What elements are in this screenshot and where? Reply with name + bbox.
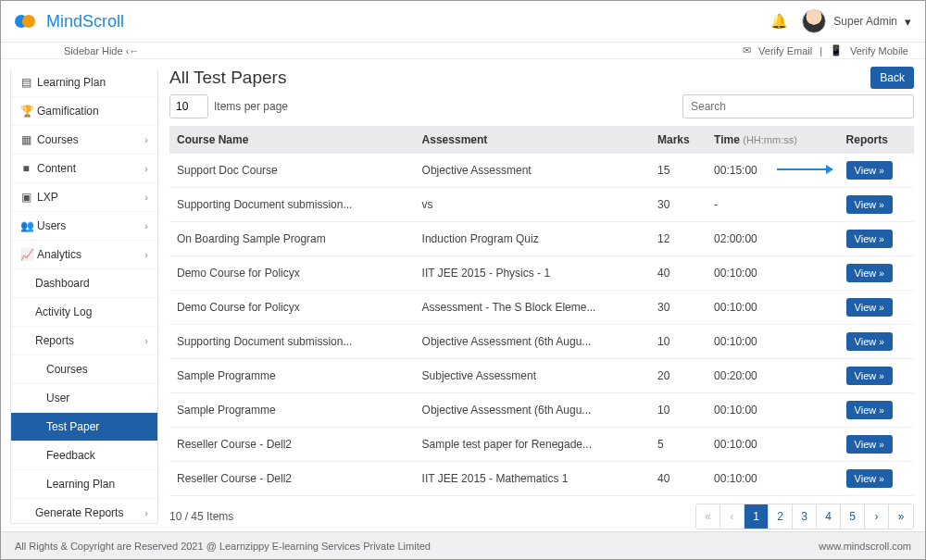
table-header-row: Course Name Assessment Marks Time (HH:mm…	[169, 126, 914, 154]
view-button[interactable]: View»	[846, 195, 893, 214]
sidebar-label: LXP	[37, 191, 58, 204]
cell-time: 00:15:00	[707, 154, 838, 188]
chevron-right-icon: ›	[144, 163, 148, 174]
view-button-label: View	[855, 233, 877, 244]
per-page-label: Items per page	[214, 100, 288, 113]
sidebar-item-analytics[interactable]: 📈Analytics ›	[11, 241, 157, 269]
users-icon: 👥	[20, 219, 31, 232]
chevron-double-right-icon: »	[879, 268, 884, 279]
page-last[interactable]: »	[889, 504, 913, 529]
user-menu[interactable]: Super Admin ▾	[802, 9, 911, 33]
chevron-double-right-icon: »	[879, 200, 884, 210]
grid-icon: ▦	[20, 133, 31, 146]
verify-email-link[interactable]: Verify Email	[758, 45, 812, 56]
view-button-label: View	[855, 302, 877, 313]
sidebar-label: Learning Plan	[37, 76, 106, 89]
cell-marks: 12	[650, 222, 707, 256]
stack-icon: ▣	[20, 191, 31, 204]
table-row: Supporting Document submission...vs30-Vi…	[169, 188, 914, 222]
page-next[interactable]: ›	[865, 504, 889, 529]
cell-assessment: IIT JEE 2015 - Physics - 1	[415, 256, 650, 291]
sidebar-item-reports-user[interactable]: User	[11, 384, 157, 413]
sidebar-label: Users	[37, 219, 66, 232]
sidebar-hide-link[interactable]: Sidebar Hide ‹←	[18, 45, 139, 56]
chevron-right-icon: ›	[144, 134, 148, 145]
sidebar-item-gamification[interactable]: 🏆Gamification	[11, 97, 157, 126]
view-button[interactable]: View»	[846, 161, 893, 180]
table-row: On Boarding Sample ProgramInduction Prog…	[169, 222, 914, 256]
col-time-hint: (HH:mm:ss)	[743, 134, 797, 145]
chevron-double-right-icon: »	[879, 234, 884, 244]
view-button[interactable]: View»	[846, 469, 893, 488]
cell-course: Supporting Document submission...	[169, 325, 415, 359]
cell-marks: 30	[650, 188, 707, 222]
sidebar-item-courses[interactable]: ▦Courses ›	[11, 126, 157, 155]
table-row: Sample ProgrammeSubjective Assessment200…	[169, 359, 914, 393]
sidebar: ▤Learning Plan 🏆Gamification ▦Courses › …	[10, 68, 158, 524]
table-row: Reseller Course - Dell2IIT JEE 2015 - Ma…	[169, 462, 914, 496]
page-4[interactable]: 4	[817, 504, 841, 529]
view-button[interactable]: View»	[846, 401, 893, 419]
table-row: Demo Course for PolicyxIIT JEE 2015 - Ph…	[169, 256, 914, 291]
sidebar-item-activity-log[interactable]: Activity Log	[11, 298, 157, 327]
items-count: 10 / 45 Items	[169, 510, 233, 523]
sidebar-item-learning-plan[interactable]: ▤Learning Plan	[11, 68, 157, 97]
col-marks: Marks	[650, 126, 707, 154]
cell-assessment: Objective Assessment (6th Augu...	[415, 325, 650, 359]
sidebar-label: Test Paper	[46, 420, 99, 433]
table-row: Support Doc CourseObjective Assessment15…	[169, 154, 914, 188]
cell-course: Demo Course for Policyx	[169, 256, 415, 291]
back-button[interactable]: Back	[870, 67, 914, 89]
page-3[interactable]: 3	[793, 504, 817, 529]
view-button[interactable]: View»	[846, 332, 893, 351]
trophy-icon: 🏆	[20, 105, 31, 118]
sidebar-item-generate-reports[interactable]: Generate Reports ›	[11, 499, 157, 524]
separator: |	[820, 45, 822, 56]
test-papers-table: Course Name Assessment Marks Time (HH:mm…	[169, 126, 914, 496]
sidebar-item-reports-learning-plan[interactable]: Learning Plan	[11, 470, 157, 499]
cell-marks: 10	[650, 325, 707, 359]
cell-course: Reseller Course - Dell2	[169, 462, 415, 496]
file-icon: ■	[20, 162, 31, 175]
sidebar-label: Courses	[37, 133, 79, 146]
page-2[interactable]: 2	[769, 504, 793, 529]
view-button[interactable]: View»	[846, 435, 893, 454]
app-header: MindScroll 🔔 Super Admin ▾	[1, 1, 925, 43]
sidebar-item-dashboard[interactable]: Dashboard	[11, 269, 157, 298]
view-button-label: View	[855, 439, 877, 450]
table-row: Reseller Course - Dell2Sample test paper…	[169, 428, 914, 462]
copyright: All Rights & Copyright are Reserved 2021…	[15, 541, 431, 552]
sidebar-item-users[interactable]: 👥Users ›	[11, 212, 157, 241]
cell-assessment: Subjective Assessment	[415, 359, 650, 393]
page-prev[interactable]: ‹	[720, 504, 745, 529]
per-page-input[interactable]	[169, 94, 208, 118]
view-button[interactable]: View»	[846, 264, 893, 282]
sidebar-item-lxp[interactable]: ▣LXP ›	[11, 183, 157, 212]
table-row: Sample ProgrammeObjective Assessment (6t…	[169, 393, 914, 428]
verify-mobile-link[interactable]: Verify Mobile	[850, 45, 908, 56]
view-button[interactable]: View»	[846, 230, 893, 248]
search-input[interactable]	[682, 94, 914, 118]
sidebar-label: Generate Reports	[35, 506, 123, 519]
cell-course: Reseller Course - Dell2	[169, 428, 415, 462]
sidebar-item-content[interactable]: ■Content ›	[11, 155, 157, 183]
view-button-label: View	[855, 370, 877, 381]
site-link[interactable]: www.mindscroll.com	[819, 541, 911, 552]
col-reports: Reports	[839, 126, 914, 154]
brand[interactable]: MindScroll	[15, 12, 124, 31]
page-first[interactable]: «	[696, 504, 720, 529]
col-assessment: Assessment	[415, 126, 650, 154]
chevron-double-right-icon: »	[879, 474, 884, 484]
sidebar-item-reports[interactable]: Reports ›	[11, 327, 157, 355]
bell-icon[interactable]: 🔔	[770, 13, 788, 30]
page-5[interactable]: 5	[841, 504, 865, 529]
caret-down-icon: ▾	[905, 15, 911, 29]
page-1[interactable]: 1	[745, 504, 769, 529]
sidebar-item-reports-feedback[interactable]: Feedback	[11, 442, 157, 470]
view-button[interactable]: View»	[846, 367, 893, 385]
avatar	[802, 9, 826, 33]
sidebar-item-reports-courses[interactable]: Courses	[11, 355, 157, 384]
view-button[interactable]: View»	[846, 298, 893, 317]
main-content: All Test Papers Back Items per page Cour…	[158, 59, 925, 533]
sidebar-item-reports-test-paper[interactable]: Test Paper	[11, 413, 157, 442]
